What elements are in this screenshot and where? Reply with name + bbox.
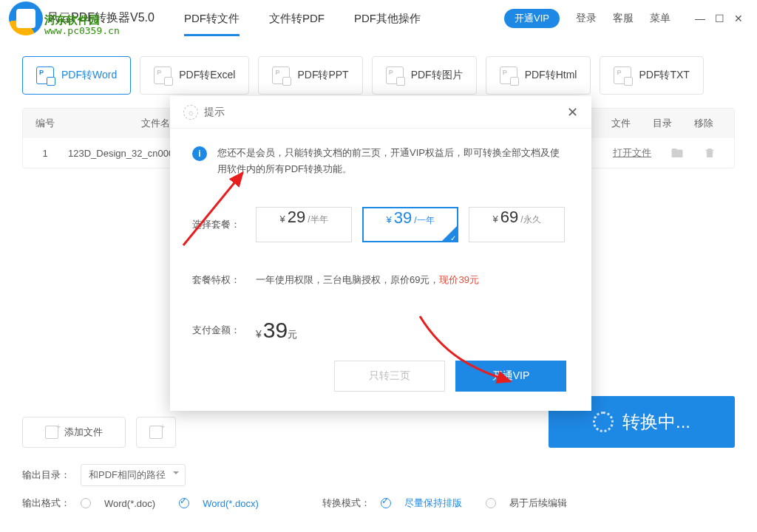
doc-icon xyxy=(500,66,517,84)
subtab-label: PDF转TXT xyxy=(639,69,689,82)
subtab-label: PDF转Html xyxy=(525,69,577,82)
tab-file-to-pdf[interactable]: 文件转PDF xyxy=(269,1,325,35)
features-label: 套餐特权： xyxy=(192,273,256,287)
watermark-url: www.pc0359.cn xyxy=(44,25,120,36)
info-icon: i xyxy=(192,146,207,161)
convert-label: 转换中... xyxy=(622,410,690,434)
plan-lifetime[interactable]: ¥69/永久 xyxy=(469,207,565,242)
output-dir-select[interactable]: 和PDF相同的路径 xyxy=(81,464,186,486)
output-format-label: 输出格式： xyxy=(22,497,70,510)
open-file-link[interactable]: 打开文件 xyxy=(613,146,651,160)
radio-easy-edit-label: 易于后续编辑 xyxy=(509,497,567,510)
tab-pdf-other[interactable]: PDF其他操作 xyxy=(354,1,421,35)
bulb-icon: ☼ xyxy=(183,105,198,120)
th-number: 编号 xyxy=(23,117,67,130)
trash-icon[interactable] xyxy=(703,146,716,160)
add-file-button[interactable]: 添加文件 xyxy=(22,417,126,448)
modal-close-icon[interactable]: ✕ xyxy=(567,104,578,120)
th-file: 文件 xyxy=(611,117,631,130)
add-file-label: 添加文件 xyxy=(64,426,103,439)
open-vip-button[interactable]: 开通VIP xyxy=(455,361,566,392)
menu-link[interactable]: 菜单 xyxy=(650,12,671,25)
convert-trial-button[interactable]: 只转三页 xyxy=(334,361,445,392)
service-link[interactable]: 客服 xyxy=(613,12,634,25)
top-right: 开通VIP 登录 客服 菜单 ― ☐ ✕ xyxy=(504,9,744,28)
app-logo-icon xyxy=(9,1,43,35)
bottom-controls: 添加文件 转换中... 输出目录： 和PDF相同的路径 输出格式： Word(*… xyxy=(22,417,735,520)
th-dir: 目录 xyxy=(653,117,672,130)
radio-docx-label: Word(*.docx) xyxy=(203,498,259,509)
subtab-label: PDF转Excel xyxy=(179,69,235,82)
main-tabs: PDF转文件 文件转PDF PDF其他操作 xyxy=(184,1,504,35)
folder-icon[interactable] xyxy=(671,146,684,160)
doc-icon xyxy=(386,66,404,84)
radio-doc[interactable] xyxy=(81,498,91,508)
modal-info-text: 您还不是会员，只能转换文档的前三页，开通VIP权益后，即可转换全部文档及使用软件… xyxy=(217,145,566,177)
doc-icon xyxy=(272,66,290,84)
pay-label: 支付金额： xyxy=(192,324,256,337)
th-remove: 移除 xyxy=(694,117,713,130)
spinner-icon xyxy=(593,412,614,432)
doc-icon xyxy=(614,66,631,84)
radio-easy-edit[interactable] xyxy=(486,498,496,508)
radio-doc-label: Word(*.doc) xyxy=(104,498,155,509)
radio-keep-layout[interactable] xyxy=(381,498,391,508)
folder-add-icon xyxy=(149,426,163,439)
subtab-pdf-to-image[interactable]: PDF转图片 xyxy=(372,56,477,95)
plan-year[interactable]: ¥39/一年 xyxy=(362,207,458,242)
tab-pdf-to-file[interactable]: PDF转文件 xyxy=(184,1,240,35)
login-link[interactable]: 登录 xyxy=(576,12,597,25)
file-add-icon xyxy=(45,426,58,439)
modal-header: ☼ 提示 ✕ xyxy=(170,96,591,129)
modal-title: 提示 xyxy=(204,106,225,119)
subtab-pdf-to-word[interactable]: PDF转Word xyxy=(22,56,131,95)
maximize-icon[interactable]: ☐ xyxy=(713,13,725,24)
subtab-pdf-to-html[interactable]: PDF转Html xyxy=(486,56,591,95)
plan-label: 选择套餐： xyxy=(192,218,256,231)
radio-keep-layout-label: 尽量保持排版 xyxy=(404,497,462,510)
minimize-icon[interactable]: ― xyxy=(694,13,706,24)
subtab-pdf-to-ppt[interactable]: PDF转PPT xyxy=(258,56,362,95)
subtab-label: PDF转图片 xyxy=(411,69,463,82)
subtab-pdf-to-txt[interactable]: PDF转TXT xyxy=(600,56,703,95)
open-vip-pill[interactable]: 开通VIP xyxy=(504,9,560,28)
subtab-label: PDF转PPT xyxy=(297,69,348,82)
close-icon[interactable]: ✕ xyxy=(733,13,744,24)
subtab-pdf-to-excel[interactable]: PDF转Excel xyxy=(140,56,249,95)
features-text: 一年使用权限，三台电脑授权，原价69元，现价39元 xyxy=(256,273,479,287)
pay-amount: ¥39元 xyxy=(256,318,297,343)
output-dir-label: 输出目录： xyxy=(22,468,70,482)
convert-mode-label: 转换模式： xyxy=(322,497,370,510)
row-number: 1 xyxy=(23,148,67,159)
subtab-label: PDF转Word xyxy=(61,69,117,82)
doc-icon xyxy=(154,66,172,84)
features-highlight: 现价39元 xyxy=(439,274,478,285)
doc-icon xyxy=(36,66,54,84)
vip-modal: ☼ 提示 ✕ i 您还不是会员，只能转换文档的前三页，开通VIP权益后，即可转换… xyxy=(170,96,591,411)
plan-halfyear[interactable]: ¥29/半年 xyxy=(256,207,352,242)
titlebar: 风云PDF转换器V5.0 河东软件园 www.pc0359.cn PDF转文件 … xyxy=(0,0,757,37)
radio-docx[interactable] xyxy=(179,498,189,508)
add-folder-button[interactable] xyxy=(136,417,176,448)
